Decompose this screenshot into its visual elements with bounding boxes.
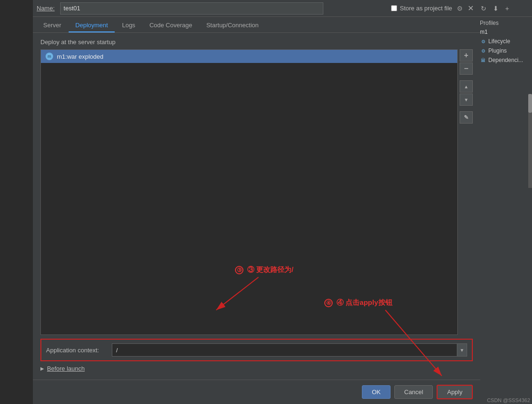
- deploy-list[interactable]: m m1:war exploded: [40, 49, 458, 335]
- sidebar-profiles-label: Profiles: [476, 17, 532, 27]
- sidebar-toolbar: ↻ ⬇ +: [476, 0, 532, 17]
- right-sidebar: ↻ ⬇ + Profiles m1 ⚙ Lifecycle ⚙ Plugins …: [476, 0, 532, 404]
- add-deploy-button[interactable]: +: [460, 49, 473, 62]
- app-context-input[interactable]: [112, 343, 457, 357]
- dialog-body: Deploy at the server startup m m1:war ex…: [33, 33, 480, 380]
- sidebar-profile-m1[interactable]: m1: [476, 27, 532, 37]
- plugins-icon: ⚙: [480, 47, 486, 54]
- move-up-button[interactable]: ▲: [460, 80, 473, 93]
- before-launch-row: ▶ Before launch: [40, 361, 473, 374]
- war-exploded-icon: m: [46, 53, 53, 60]
- store-label: Store as project file: [400, 5, 452, 12]
- expand-arrow-icon[interactable]: ▶: [40, 366, 44, 371]
- app-context-row: Application context: ▼: [46, 343, 467, 357]
- tab-deployment[interactable]: Deployment: [69, 19, 114, 32]
- app-context-input-wrap: ▼: [112, 343, 467, 357]
- ok-button[interactable]: OK: [362, 385, 391, 399]
- title-bar: Name: Store as project file ⚙ ✕: [33, 0, 480, 17]
- tab-server[interactable]: Server: [37, 19, 68, 32]
- close-button[interactable]: ✕: [465, 3, 477, 14]
- name-label: Name:: [37, 5, 55, 12]
- apply-button[interactable]: Apply: [437, 385, 473, 399]
- name-input[interactable]: [60, 2, 323, 15]
- left-strip: [0, 0, 33, 404]
- edit-deploy-button[interactable]: ✎: [460, 111, 473, 124]
- deploy-item-label: m1:war exploded: [57, 53, 103, 60]
- deploy-item[interactable]: m m1:war exploded: [41, 50, 457, 63]
- title-bar-left: Name:: [37, 2, 391, 15]
- cancel-button[interactable]: Cancel: [394, 385, 433, 399]
- app-context-label: Application context:: [46, 347, 107, 354]
- tab-code-coverage[interactable]: Code Coverage: [143, 19, 199, 32]
- tab-logs[interactable]: Logs: [116, 19, 142, 32]
- csdn-watermark: CSDN @SSS4362: [487, 397, 530, 403]
- sidebar-scrollbar[interactable]: [528, 94, 532, 188]
- title-bar-right: Store as project file ⚙: [391, 4, 465, 13]
- sidebar-dependencies-item[interactable]: 🏛 Dependenci...: [476, 55, 532, 65]
- tabs-bar: Server Deployment Logs Code Coverage Sta…: [33, 17, 480, 33]
- sidebar-add-button[interactable]: +: [502, 3, 512, 14]
- deploy-section-label: Deploy at the server startup: [40, 39, 473, 46]
- app-context-dropdown-button[interactable]: ▼: [457, 343, 467, 357]
- lifecycle-icon: ⚙: [480, 38, 486, 45]
- store-checkbox[interactable]: [391, 5, 397, 11]
- sidebar-lifecycle-label: Lifecycle: [488, 38, 510, 45]
- dependencies-icon: 🏛: [480, 57, 486, 63]
- sidebar-download-button[interactable]: ⬇: [490, 3, 501, 14]
- dialog-footer: OK Cancel Apply: [33, 380, 480, 404]
- sidebar-plugins-label: Plugins: [488, 47, 507, 54]
- before-launch-label[interactable]: Before launch: [47, 365, 85, 372]
- tab-startup-connection[interactable]: Startup/Connection: [200, 19, 265, 32]
- app-context-section: Application context: ▼: [40, 339, 473, 361]
- sidebar-plugins-item[interactable]: ⚙ Plugins: [476, 46, 532, 55]
- sidebar-scroll-thumb[interactable]: [528, 94, 532, 113]
- sidebar-lifecycle-item[interactable]: ⚙ Lifecycle: [476, 37, 532, 46]
- run-config-dialog: Name: Store as project file ⚙ ✕ Server D…: [33, 0, 480, 404]
- deploy-list-container: m m1:war exploded + − ▲ ▼ ✎: [40, 49, 473, 335]
- deploy-list-buttons: + − ▲ ▼ ✎: [458, 49, 473, 335]
- gear-button[interactable]: ⚙: [455, 4, 465, 13]
- remove-deploy-button[interactable]: −: [460, 62, 473, 75]
- move-down-button[interactable]: ▼: [460, 93, 473, 106]
- sidebar-dependencies-label: Dependenci...: [488, 57, 523, 63]
